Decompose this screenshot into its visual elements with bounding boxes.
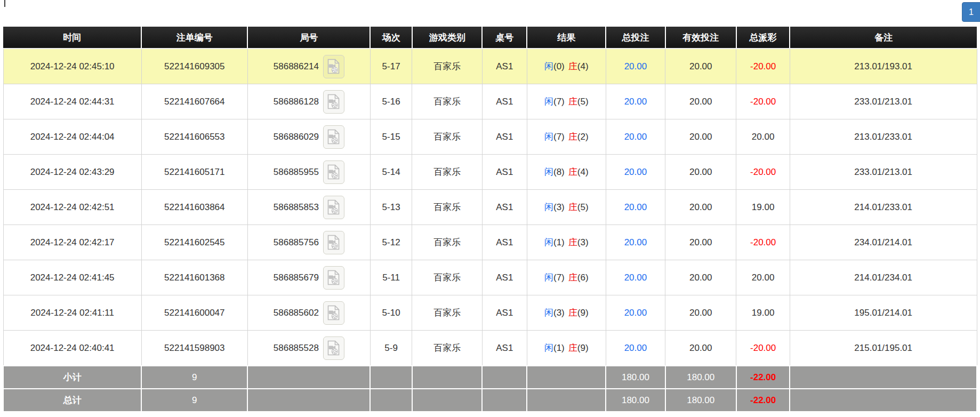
summary-remark-cell [790,366,977,389]
bet-id-cell: 522141605171 [141,155,247,190]
video-replay-icon[interactable] [323,336,344,360]
summary-remark-cell [790,389,977,412]
summary-label-cell: 总计 [3,389,141,412]
time-cell: 2024-12-24 02:42:17 [3,225,141,260]
total-bet-cell: 20.00 [606,119,665,155]
summary-total-bet-cell: 180.00 [606,389,665,412]
round-cell: 586886128 [247,84,370,119]
bet-records-page: 1 时间 注单编号 局号 场次 游戏类别 桌号 结果 总投注 有效投注 总派彩 … [0,0,980,417]
game-type-cell: 百家乐 [412,295,482,331]
table-row[interactable]: 2024-12-24 02:44:31 522141607664 5868861… [3,84,977,119]
remark-cell: 195.01/214.01 [790,295,977,331]
valid-bet-cell: 20.00 [665,295,736,331]
session-cell: 5-9 [370,331,412,366]
bet-id-cell: 522141600047 [141,295,247,331]
time-cell: 2024-12-24 02:44:04 [3,119,141,155]
round-cell: 586885955 [247,155,370,190]
payout-cell: -20.00 [736,331,790,366]
table-row[interactable]: 2024-12-24 02:42:51 522141603864 5868858… [3,190,977,225]
time-cell: 2024-12-24 02:42:51 [3,190,141,225]
video-replay-icon[interactable] [323,55,344,78]
table-row[interactable]: 2024-12-24 02:45:10 522141609305 5868862… [3,49,977,84]
total-bet-cell: 20.00 [606,190,665,225]
empty-cell [482,366,527,389]
result-cell: 闲(3)庄(9) [527,295,606,331]
video-replay-icon[interactable] [323,231,344,254]
video-replay-icon[interactable] [323,125,344,149]
bet-id-cell: 522141601368 [141,260,247,295]
table-no-cell: AS1 [482,260,527,295]
game-type-cell: 百家乐 [412,84,482,119]
col-header-bet-id: 注单编号 [141,27,247,49]
video-replay-icon[interactable] [323,90,344,114]
empty-cell [412,389,482,412]
pagination-page-1-button[interactable]: 1 [962,2,980,22]
bet-id-cell: 522141603864 [141,190,247,225]
result-cell: 闲(3)庄(5) [527,190,606,225]
table-no-cell: AS1 [482,84,527,119]
session-cell: 5-13 [370,190,412,225]
table-no-cell: AS1 [482,49,527,84]
round-cell: 586885756 [247,225,370,260]
summary-count-cell: 9 [141,366,247,389]
remark-cell: 213.01/233.01 [790,119,977,155]
time-cell: 2024-12-24 02:40:41 [3,331,141,366]
col-header-session: 场次 [370,27,412,49]
empty-cell [370,366,412,389]
valid-bet-cell: 20.00 [665,49,736,84]
table-row[interactable]: 2024-12-24 02:41:11 522141600047 5868856… [3,295,977,331]
table-no-cell: AS1 [482,190,527,225]
video-replay-icon[interactable] [323,301,344,325]
col-header-result: 结果 [527,27,606,49]
valid-bet-cell: 20.00 [665,225,736,260]
table-header-row: 时间 注单编号 局号 场次 游戏类别 桌号 结果 总投注 有效投注 总派彩 备注 [3,27,977,49]
valid-bet-cell: 20.00 [665,190,736,225]
table-row[interactable]: 2024-12-24 02:40:41 522141598903 5868855… [3,331,977,366]
empty-cell [247,366,370,389]
video-replay-icon[interactable] [323,266,344,290]
table-row[interactable]: 2024-12-24 02:41:45 522141601368 5868856… [3,260,977,295]
total-bet-cell: 20.00 [606,225,665,260]
payout-cell: -20.00 [736,84,790,119]
result-cell: 闲(1)庄(9) [527,331,606,366]
col-header-total-bet: 总投注 [606,27,665,49]
total-bet-cell: 20.00 [606,295,665,331]
remark-cell: 215.01/195.01 [790,331,977,366]
table-no-cell: AS1 [482,225,527,260]
game-type-cell: 百家乐 [412,155,482,190]
summary-payout-cell: -22.00 [736,366,790,389]
time-cell: 2024-12-24 02:44:31 [3,84,141,119]
table-row[interactable]: 2024-12-24 02:43:29 522141605171 5868859… [3,155,977,190]
game-type-cell: 百家乐 [412,49,482,84]
bet-id-cell: 522141607664 [141,84,247,119]
time-cell: 2024-12-24 02:41:45 [3,260,141,295]
bet-id-cell: 522141602545 [141,225,247,260]
video-replay-icon[interactable] [323,196,344,219]
edge-artifact [4,0,5,7]
col-header-table-no: 桌号 [482,27,527,49]
remark-cell: 233.01/213.01 [790,84,977,119]
game-type-cell: 百家乐 [412,331,482,366]
empty-cell [527,389,606,412]
session-cell: 5-10 [370,295,412,331]
total-bet-cell: 20.00 [606,49,665,84]
col-header-time: 时间 [3,27,141,49]
table-row[interactable]: 2024-12-24 02:42:17 522141602545 5868857… [3,225,977,260]
total-bet-cell: 20.00 [606,155,665,190]
valid-bet-cell: 20.00 [665,260,736,295]
video-replay-icon[interactable] [323,161,344,184]
empty-cell [370,389,412,412]
table-row[interactable]: 2024-12-24 02:44:04 522141606553 5868860… [3,119,977,155]
total-bet-cell: 20.00 [606,331,665,366]
game-type-cell: 百家乐 [412,119,482,155]
total-bet-cell: 20.00 [606,260,665,295]
payout-cell: 19.00 [736,190,790,225]
col-header-round-id: 局号 [247,27,370,49]
session-cell: 5-15 [370,119,412,155]
bet-records-table: 时间 注单编号 局号 场次 游戏类别 桌号 结果 总投注 有效投注 总派彩 备注… [3,27,977,412]
col-header-payout: 总派彩 [736,27,790,49]
bet-id-cell: 522141606553 [141,119,247,155]
col-header-game-type: 游戏类别 [412,27,482,49]
empty-cell [412,366,482,389]
game-type-cell: 百家乐 [412,190,482,225]
